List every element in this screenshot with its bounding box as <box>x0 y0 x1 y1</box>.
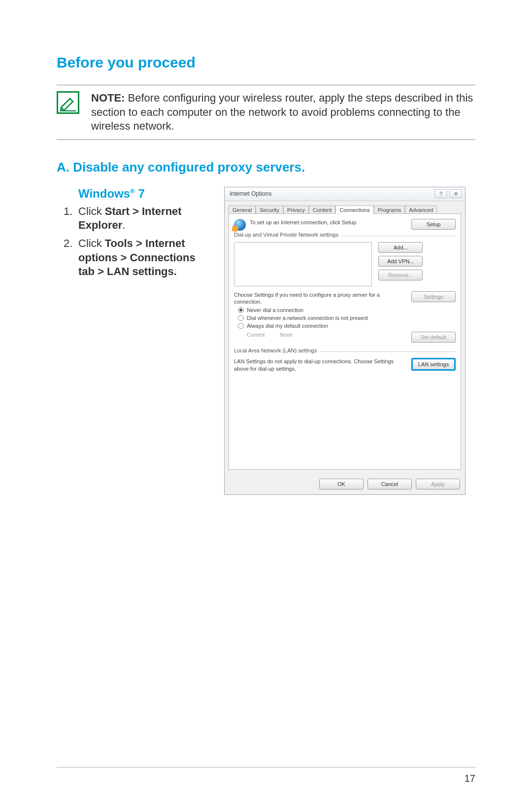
note-box: NOTE: Before configuring your wireless r… <box>57 85 475 140</box>
heading-before-you-proceed: Before you proceed <box>57 54 475 71</box>
radio-icon <box>238 323 244 329</box>
tab-advanced[interactable]: Advanced <box>405 206 437 214</box>
radio-never-dial[interactable]: Never dial a connection <box>238 307 456 313</box>
lan-settings-button[interactable]: LAN settings <box>411 358 456 371</box>
cancel-button[interactable]: Cancel <box>367 479 412 489</box>
step-1: 1.Click Start > Internet Explorer. <box>78 205 214 233</box>
internet-options-dialog: Internet Options ? ✕ General Security Pr… <box>224 187 466 495</box>
settings-button[interactable]: Settings <box>411 291 456 302</box>
radio-icon <box>238 307 244 313</box>
close-button[interactable]: ✕ <box>449 189 462 198</box>
dialvpn-listbox[interactable] <box>234 242 372 286</box>
dialog-title: Internet Options <box>230 190 271 197</box>
apply-button[interactable]: Apply <box>416 479 460 489</box>
dialog-tabs: General Security Privacy Content Connect… <box>225 201 465 213</box>
setup-button[interactable]: Setup <box>411 219 456 230</box>
radio-icon <box>238 315 244 321</box>
heading3-os: Windows <box>78 187 130 200</box>
note-label: NOTE: <box>91 92 125 104</box>
ok-button[interactable]: OK <box>319 479 364 489</box>
tab-connections[interactable]: Connections <box>335 206 373 214</box>
radio-dial-when-absent[interactable]: Dial whenever a network connection is no… <box>238 315 456 321</box>
tab-content[interactable]: Content <box>309 206 336 214</box>
remove-button[interactable]: Remove... <box>378 270 423 280</box>
setup-text: To set up an Internet connection, click … <box>250 219 407 226</box>
radio-always-dial[interactable]: Always dial my default connection <box>238 323 456 329</box>
add-button[interactable]: Add... <box>378 242 423 253</box>
help-button[interactable]: ? <box>434 189 447 198</box>
current-value: None <box>280 332 293 343</box>
tab-privacy[interactable]: Privacy <box>283 206 309 214</box>
tab-programs[interactable]: Programs <box>374 206 405 214</box>
set-default-button[interactable]: Set default <box>411 332 456 343</box>
note-body: Before configuring your wireless router,… <box>91 92 473 132</box>
page-number: 17 <box>465 773 475 784</box>
note-icon <box>57 91 79 114</box>
proxy-help-text: Choose Settings if you need to configure… <box>234 291 406 306</box>
tab-security[interactable]: Security <box>256 206 283 214</box>
lan-legend: Local Area Network (LAN) settings <box>234 348 320 353</box>
step-2: 2.Click Tools > Internet options > Conne… <box>78 237 214 279</box>
tab-general[interactable]: General <box>229 206 256 214</box>
heading-disable-proxy: A. Disable any configured proxy servers. <box>57 160 475 175</box>
dialvpn-legend: Dial-up and Virtual Private Network sett… <box>234 232 341 238</box>
footer-rule <box>57 767 475 767</box>
note-text: NOTE: Before configuring your wireless r… <box>91 91 475 134</box>
lan-help-text: LAN Settings do not apply to dial-up con… <box>234 358 406 372</box>
globe-icon <box>234 219 246 231</box>
heading-windows7: Windows® 7 <box>78 187 214 201</box>
current-label: Current <box>247 332 265 343</box>
add-vpn-button[interactable]: Add VPN... <box>378 256 423 267</box>
heading3-ver: 7 <box>135 187 145 200</box>
